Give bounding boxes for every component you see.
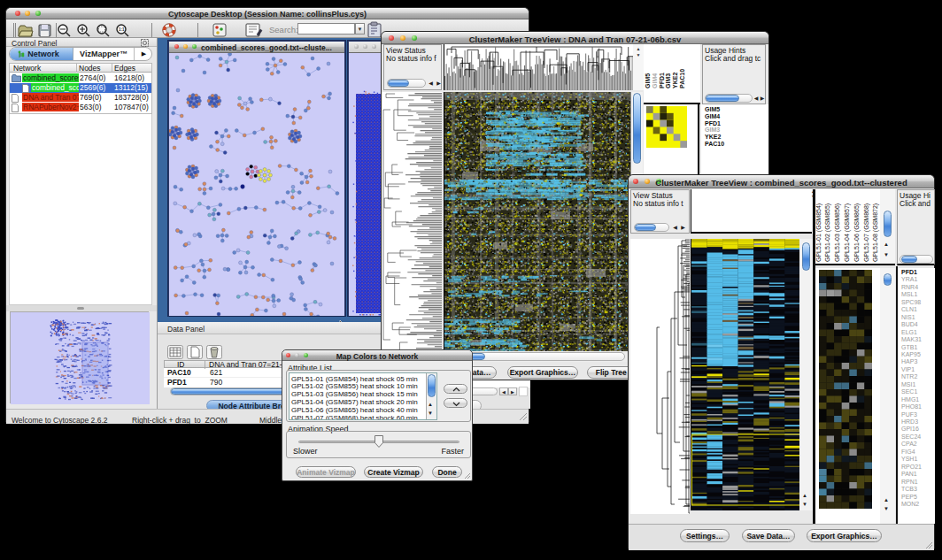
svg-text:PAC10: PAC10 xyxy=(679,69,685,88)
svg-text:PFD1: PFD1 xyxy=(659,73,665,88)
svg-text:GIM4: GIM4 xyxy=(652,73,658,88)
svg-text:GPL51-08 (GSM872): GPL51-08 (GSM872) xyxy=(872,203,879,262)
svg-text:GIM5: GIM5 xyxy=(645,73,651,88)
svg-text:YKE2: YKE2 xyxy=(672,73,678,88)
svg-text:GPL51-06 (GSM865): GPL51-06 (GSM865) xyxy=(853,203,861,262)
svg-text:GPL51-04 (GSM857): GPL51-04 (GSM857) xyxy=(844,203,851,262)
svg-text:GPL51-03 (GSM856): GPL51-03 (GSM856) xyxy=(834,203,841,262)
svg-text:GPL51-02 (GSM855): GPL51-02 (GSM855) xyxy=(824,203,831,262)
svg-text:GPL51-07 (GSM868): GPL51-07 (GSM868) xyxy=(863,203,870,262)
svg-text:GPL51-01 (GSM854): GPL51-01 (GSM854) xyxy=(815,203,822,262)
svg-text:GIM3: GIM3 xyxy=(665,73,671,88)
svg-text:1:1: 1:1 xyxy=(119,27,125,32)
